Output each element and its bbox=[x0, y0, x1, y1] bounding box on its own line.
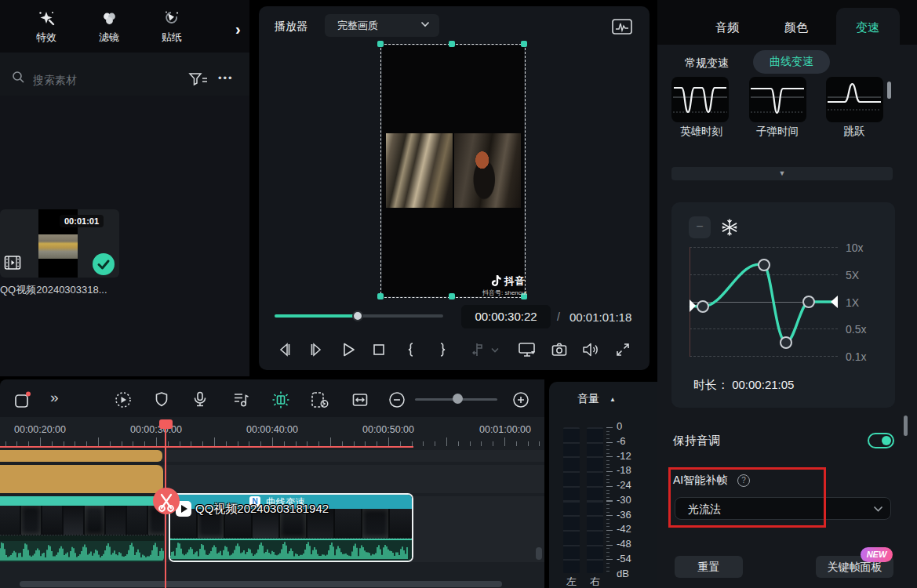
ruler-ticks[interactable] bbox=[0, 436, 544, 446]
mirror-display-button[interactable] bbox=[518, 341, 535, 358]
clip-divider bbox=[0, 535, 164, 541]
player-title: 播放器 bbox=[275, 20, 307, 34]
preset-bullet-time[interactable] bbox=[749, 77, 806, 122]
curve-point[interactable] bbox=[759, 260, 770, 270]
preset-scrollbar[interactable] bbox=[887, 82, 891, 99]
marker-chevron-icon[interactable] bbox=[489, 341, 500, 358]
more-options-icon[interactable]: ••• bbox=[218, 72, 234, 84]
subtab-curve-speed[interactable]: 曲线变速 bbox=[753, 50, 830, 74]
panel-scrollbar[interactable] bbox=[904, 416, 908, 436]
curve-point[interactable] bbox=[781, 337, 791, 348]
ai-interpolation-dropdown[interactable]: 光流法 bbox=[675, 497, 891, 520]
subtab-curve-speed-label: 曲线变速 bbox=[753, 55, 830, 69]
film-frame bbox=[127, 506, 147, 535]
player-panel: 播放器 完整画质 抖音 抖音号: shencut 00:00:30:22 / 0… bbox=[259, 6, 650, 370]
ruler-tick bbox=[458, 441, 459, 446]
ruler-timestamp: 00:00:30:00 bbox=[130, 424, 182, 435]
presets-expander[interactable]: ▼ bbox=[671, 167, 893, 180]
watermark-account: 抖音号: shencut bbox=[482, 289, 526, 297]
media-item-card[interactable]: 00:01:01 bbox=[0, 209, 119, 278]
tab-audio[interactable]: 音频 bbox=[715, 20, 739, 35]
transform-handle[interactable] bbox=[449, 293, 455, 299]
previous-frame-button[interactable] bbox=[276, 341, 293, 358]
more-tools-chevron[interactable]: » bbox=[50, 389, 67, 406]
db-label: -18 bbox=[617, 464, 651, 476]
search-icon bbox=[12, 71, 25, 84]
curve-end-handle[interactable] bbox=[831, 296, 838, 308]
curve-point[interactable] bbox=[803, 296, 814, 307]
timeline-vertical-scrollbar[interactable] bbox=[536, 547, 542, 560]
scopes-icon[interactable] bbox=[611, 17, 633, 36]
play-button[interactable] bbox=[340, 341, 357, 358]
mark-in-icon[interactable] bbox=[402, 341, 419, 358]
nav-item-filters[interactable]: 滤镜 bbox=[84, 9, 134, 45]
keep-pitch-toggle[interactable] bbox=[868, 433, 894, 448]
seek-bar-fill bbox=[275, 314, 358, 318]
preset-jump[interactable] bbox=[826, 77, 883, 122]
title-track-clip[interactable] bbox=[0, 450, 162, 462]
filter-icon[interactable] bbox=[188, 71, 209, 87]
video-clip-left-part[interactable] bbox=[0, 496, 164, 562]
filters-icon bbox=[84, 9, 134, 28]
snapshot-button[interactable] bbox=[551, 341, 568, 358]
auto-ripple-icon[interactable] bbox=[351, 390, 368, 408]
ruler-timestamp: 00:00:20:00 bbox=[14, 424, 66, 435]
transform-handle[interactable] bbox=[449, 41, 455, 47]
tab-speed[interactable]: 变速 bbox=[856, 20, 879, 35]
ruler-tick bbox=[504, 437, 505, 446]
playhead-handle[interactable] bbox=[159, 419, 173, 429]
fullscreen-button[interactable] bbox=[614, 341, 631, 358]
speed-curve-graph[interactable] bbox=[690, 247, 838, 357]
seek-handle[interactable] bbox=[352, 310, 363, 321]
remove-point-button[interactable]: − bbox=[689, 216, 711, 238]
video-clip-selected[interactable]: N 曲线变速 QQ视频20240303181942 bbox=[169, 493, 413, 562]
curve-start-handle[interactable] bbox=[690, 299, 696, 312]
nav-item-label: 贴纸 bbox=[147, 31, 197, 45]
marker-tool-icon[interactable] bbox=[469, 341, 486, 358]
marker-flag-icon[interactable] bbox=[153, 390, 170, 408]
search-input[interactable] bbox=[31, 71, 176, 89]
volume-collapse-icon[interactable]: ▲ bbox=[610, 396, 616, 403]
ruler-tick bbox=[516, 441, 517, 446]
zoom-out-icon[interactable] bbox=[388, 390, 405, 408]
next-frame-button[interactable] bbox=[307, 341, 325, 358]
ai-interpolation-value: 光流法 bbox=[688, 503, 721, 517]
media-item-name[interactable]: QQ视频20240303318... bbox=[0, 283, 133, 297]
new-badge: NEW bbox=[861, 547, 893, 562]
mark-out-icon[interactable] bbox=[435, 341, 452, 358]
record-voiceover-icon[interactable] bbox=[191, 390, 209, 408]
quality-dropdown[interactable]: 完整画质 bbox=[325, 14, 439, 37]
subtab-normal-speed[interactable]: 常规变速 bbox=[685, 56, 729, 71]
timeline-horizontal-scrollbar[interactable] bbox=[20, 581, 502, 587]
title-track-clip[interactable] bbox=[0, 465, 163, 493]
screen-record-icon[interactable] bbox=[310, 390, 327, 408]
transform-handle[interactable] bbox=[377, 293, 384, 299]
reset-button[interactable]: 重置 bbox=[675, 556, 743, 578]
stop-button[interactable] bbox=[370, 341, 388, 358]
preset-hero-moment[interactable] bbox=[671, 77, 729, 122]
nav-item-label: 滤镜 bbox=[84, 31, 134, 45]
nav-expand-chevron[interactable]: › bbox=[235, 20, 241, 38]
transform-handle[interactable] bbox=[521, 41, 527, 47]
timeline-zoom-handle[interactable] bbox=[453, 394, 463, 404]
nav-item-effects[interactable]: 特效 bbox=[21, 9, 71, 45]
y-label: 5X bbox=[846, 269, 859, 281]
channel-label-left: 左 bbox=[566, 575, 577, 588]
curve-point[interactable] bbox=[697, 301, 708, 312]
select-tool-icon[interactable] bbox=[13, 390, 30, 408]
nav-item-stickers[interactable]: 贴纸 bbox=[147, 9, 197, 45]
smart-split-icon[interactable] bbox=[271, 390, 289, 408]
freeze-frame-icon[interactable] bbox=[720, 218, 739, 237]
nav-item-label: 特效 bbox=[21, 31, 71, 45]
tab-color[interactable]: 颜色 bbox=[784, 20, 808, 35]
audio-library-icon[interactable] bbox=[232, 390, 249, 408]
transform-handle[interactable] bbox=[377, 41, 384, 47]
render-preview-icon[interactable] bbox=[114, 390, 131, 408]
ruler-timestamp: 00:00:40:00 bbox=[246, 424, 298, 435]
split-scissors-button[interactable] bbox=[153, 488, 180, 514]
volume-button[interactable] bbox=[581, 341, 599, 358]
help-icon[interactable]: ? bbox=[737, 474, 750, 487]
media-library: 00:01:01 QQ视频20240303318... bbox=[0, 96, 249, 376]
zoom-in-icon[interactable] bbox=[511, 390, 529, 408]
ruler-tick bbox=[330, 437, 331, 446]
